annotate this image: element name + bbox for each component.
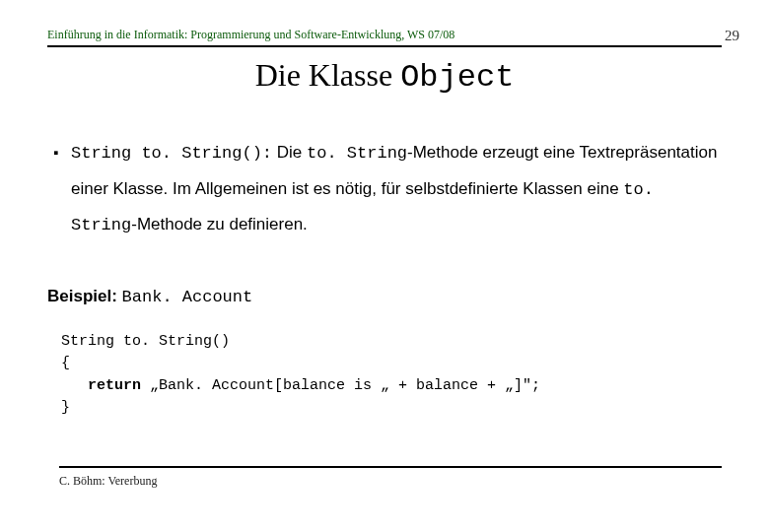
title-code: Object <box>400 59 514 96</box>
header-course: Einführung in die Informatik: Programmie… <box>47 28 722 47</box>
footer-text: C. Böhm: Vererbung <box>59 474 722 489</box>
keyword-return: return <box>88 377 141 394</box>
code-line: „Bank. Account[balance is „ + balance + … <box>141 377 540 394</box>
page-number: 29 <box>725 28 739 44</box>
footer-rule <box>59 466 722 468</box>
footer: C. Böhm: Vererbung <box>59 466 722 489</box>
code-block: String to. String() { return „Bank. Acco… <box>61 331 722 420</box>
code-line: String to. String() <box>61 333 230 350</box>
method-name: to. String <box>307 144 407 163</box>
title-text: Die Klasse <box>255 57 401 93</box>
method-signature: String to. String(): <box>71 144 272 163</box>
example-classname: Bank. Account <box>122 288 253 306</box>
bullet-item: ▪ String to. String(): Die to. String-Me… <box>53 135 722 243</box>
example-heading: Beispiel: Bank. Account <box>47 279 722 315</box>
text-fragment: Die <box>272 143 307 162</box>
slide-page: Einführung in die Informatik: Programmie… <box>0 0 769 430</box>
text-fragment: -Methode zu definieren. <box>131 215 308 233</box>
bullet-text: String to. String(): Die to. String-Meth… <box>71 135 722 243</box>
example-label-text: Beispiel: <box>47 287 117 305</box>
code-line: } <box>61 399 70 416</box>
bullet-icon: ▪ <box>53 135 71 243</box>
slide-title: Die Klasse Object <box>47 57 722 96</box>
content-body: ▪ String to. String(): Die to. String-Me… <box>47 135 722 420</box>
code-line: { <box>61 355 70 371</box>
